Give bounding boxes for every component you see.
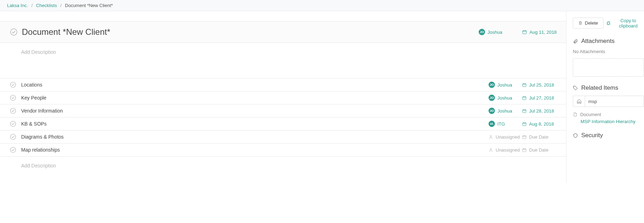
task-date[interactable]: Jul 25, 2018: [522, 82, 559, 88]
security-section: Security: [573, 132, 644, 139]
home-icon: [577, 99, 582, 104]
related-title: Related Items: [581, 84, 618, 91]
check-circle-icon[interactable]: [10, 147, 16, 153]
person-icon: [489, 148, 493, 152]
avatar: JO: [489, 108, 495, 114]
security-title: Security: [581, 132, 603, 139]
svg-rect-3: [523, 83, 526, 87]
breadcrumb-section[interactable]: Checklists: [36, 3, 57, 8]
related-item: Document MSP Information Hierarchy: [573, 112, 644, 124]
svg-point-4: [11, 95, 16, 101]
svg-rect-1: [523, 31, 527, 34]
related-item-link[interactable]: MSP Information Hierarchy: [581, 119, 644, 124]
breadcrumb: Laksa Inc. / Checklists / Document *New …: [0, 0, 644, 11]
related-search-input[interactable]: [585, 96, 644, 107]
sidebar: Delete Copy to clipboard Attachments No …: [566, 11, 644, 183]
assignee-name: Joshua: [497, 95, 512, 101]
attachment-dropzone[interactable]: [573, 58, 644, 77]
task-title[interactable]: KB & SOPs: [21, 121, 489, 127]
unassigned-label: Unassigned: [496, 134, 520, 140]
task-row[interactable]: KB & SOPsIAITGAug 8, 2018: [0, 117, 566, 130]
clipboard-icon: [606, 21, 611, 25]
copy-label: Copy to clipboard: [613, 18, 644, 28]
task-row[interactable]: Vendor InformationJOJoshuaJul 28, 2018: [0, 104, 566, 117]
date-text: Due Date: [529, 147, 548, 153]
task-assignee[interactable]: Unassigned: [489, 134, 522, 140]
assignee-name: Joshua: [497, 82, 512, 88]
avatar: IA: [489, 121, 495, 127]
unassigned-label: Unassigned: [496, 147, 520, 153]
task-row[interactable]: LocationsJOJoshuaJul 25, 2018: [0, 78, 566, 91]
svg-rect-15: [523, 148, 526, 152]
svg-point-10: [11, 134, 16, 140]
check-circle-icon[interactable]: [10, 134, 16, 140]
related-type-button[interactable]: [573, 96, 585, 107]
svg-point-6: [11, 108, 16, 114]
svg-rect-7: [523, 109, 526, 113]
task-assignee[interactable]: JOJoshua: [489, 108, 522, 114]
task-title[interactable]: Key People: [21, 95, 489, 101]
copy-clipboard-button[interactable]: Copy to clipboard: [606, 18, 644, 28]
document-icon: [573, 112, 577, 117]
paperclip-icon: [573, 39, 578, 44]
svg-point-14: [490, 148, 491, 150]
calendar-icon: [522, 122, 527, 126]
assignee-name: Joshua: [497, 108, 512, 114]
check-circle-icon[interactable]: [10, 82, 16, 88]
description-bottom[interactable]: Add Description: [0, 157, 566, 168]
task-assignee[interactable]: JOJoshua: [489, 82, 522, 88]
related-item-type: Document: [580, 112, 601, 117]
calendar-icon: [522, 109, 527, 113]
breadcrumb-org[interactable]: Laksa Inc.: [7, 3, 28, 8]
date-text: Jul 28, 2018: [529, 108, 554, 114]
breadcrumb-sep: /: [60, 3, 62, 8]
related-section: Related Items Document MSP Information H…: [573, 84, 644, 124]
svg-point-2: [11, 82, 16, 88]
breadcrumb-sep: /: [31, 3, 33, 8]
task-date[interactable]: Due Date: [522, 147, 559, 153]
task-date[interactable]: Aug 8, 2018: [522, 121, 559, 127]
svg-rect-17: [607, 22, 609, 25]
task-assignee[interactable]: IAITG: [489, 121, 522, 127]
attachments-title: Attachments: [581, 38, 615, 45]
task-title[interactable]: Vendor Information: [21, 108, 489, 114]
task-list: LocationsJOJoshuaJul 25, 2018Key PeopleJ…: [0, 78, 566, 157]
main-panel: Document *New Client* JO Joshua Aug 11, …: [0, 11, 566, 183]
check-circle-icon[interactable]: [10, 28, 18, 36]
attachments-section: Attachments No Attachments: [573, 38, 644, 77]
tag-icon: [573, 85, 578, 91]
task-title[interactable]: Map relationships: [21, 147, 489, 153]
task-assignee[interactable]: JOJoshua: [489, 95, 522, 101]
no-attachments-text: No Attachments: [573, 49, 644, 54]
header-assignee[interactable]: JO Joshua: [479, 29, 512, 35]
task-row[interactable]: Map relationshipsUnassignedDue Date: [0, 144, 566, 157]
check-circle-icon[interactable]: [10, 95, 16, 101]
svg-point-0: [11, 29, 17, 35]
task-row[interactable]: Diagrams & PhotosUnassignedDue Date: [0, 130, 566, 144]
checklist-header: Document *New Client* JO Joshua Aug 11, …: [0, 21, 566, 43]
task-date[interactable]: Jul 27, 2018: [522, 95, 559, 101]
avatar: JO: [489, 95, 495, 101]
delete-button[interactable]: Delete: [573, 18, 603, 28]
task-date[interactable]: Due Date: [522, 134, 559, 140]
check-circle-icon[interactable]: [10, 121, 16, 127]
shield-icon: [573, 133, 578, 138]
delete-label: Delete: [585, 20, 598, 26]
page-title[interactable]: Document *New Client*: [22, 27, 479, 37]
header-date[interactable]: Aug 11, 2018: [522, 30, 559, 35]
svg-point-11: [490, 135, 491, 137]
description-top[interactable]: Add Description: [0, 43, 566, 78]
task-assignee[interactable]: Unassigned: [489, 147, 522, 153]
calendar-icon: [522, 83, 527, 87]
avatar: JO: [479, 29, 485, 35]
date-text: Aug 11, 2018: [529, 30, 557, 35]
task-row[interactable]: Key PeopleJOJoshuaJul 27, 2018: [0, 91, 566, 104]
check-circle-icon[interactable]: [10, 108, 16, 114]
task-title[interactable]: Diagrams & Photos: [21, 134, 489, 140]
trash-icon: [578, 21, 583, 25]
calendar-icon: [522, 30, 527, 34]
task-title[interactable]: Locations: [21, 82, 489, 88]
person-icon: [489, 135, 493, 139]
task-date[interactable]: Jul 28, 2018: [522, 108, 559, 114]
svg-point-8: [11, 121, 16, 127]
